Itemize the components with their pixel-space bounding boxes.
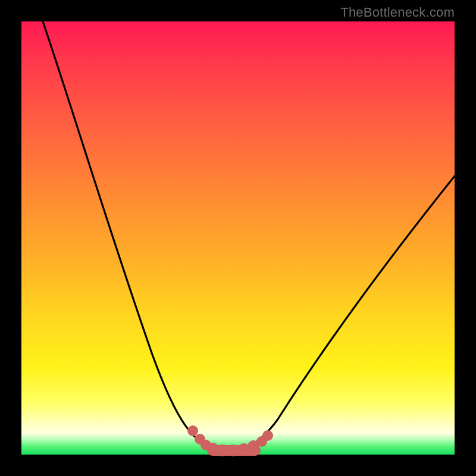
chart-frame: TheBottleneck.com bbox=[0, 0, 476, 476]
curve-layer bbox=[21, 21, 455, 455]
svg-point-0 bbox=[187, 425, 198, 436]
svg-point-9 bbox=[262, 430, 273, 441]
svg-rect-10 bbox=[207, 445, 261, 456]
valley-highlight bbox=[187, 425, 273, 456]
bottleneck-curve bbox=[43, 21, 455, 450]
watermark-text: TheBottleneck.com bbox=[340, 5, 455, 20]
plot-area bbox=[21, 21, 455, 455]
